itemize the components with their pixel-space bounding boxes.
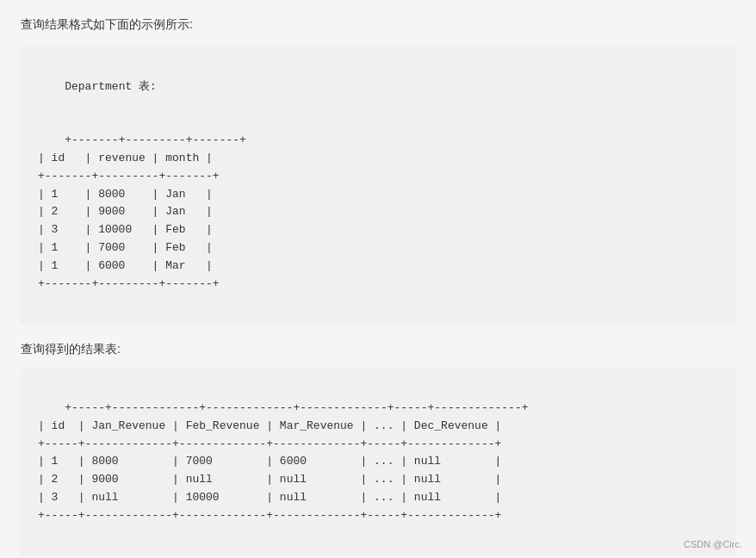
result-label: 查询得到的结果表: <box>21 342 735 357</box>
result-code-block: +-----+-------------+-------------+-----… <box>21 368 735 556</box>
intro-text: 查询结果格式如下面的示例所示: <box>21 17 735 33</box>
watermark: CSDN @Circ. <box>684 539 742 549</box>
department-table: +-------+---------+-------+ | id | reven… <box>38 133 246 289</box>
department-label: Department 表: <box>65 80 157 93</box>
result-table: +-----+-------------+-------------+-----… <box>38 401 529 522</box>
page-container: 查询结果格式如下面的示例所示: Department 表: +-------+-… <box>0 0 756 558</box>
department-code-block: Department 表: +-------+---------+-------… <box>21 46 735 325</box>
